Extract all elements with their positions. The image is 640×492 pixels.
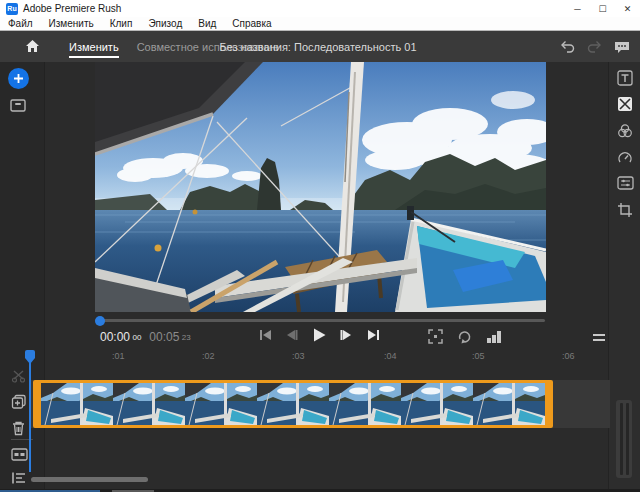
playhead-handle[interactable] bbox=[24, 349, 36, 366]
clip-filmstrip bbox=[41, 383, 545, 425]
step-back-button[interactable] bbox=[285, 328, 299, 342]
transitions-icon[interactable] bbox=[617, 96, 633, 112]
horizontal-scrollbar[interactable] bbox=[31, 477, 148, 482]
step-forward-button[interactable] bbox=[339, 328, 353, 342]
clip-thumbnail bbox=[41, 383, 113, 425]
ruler-tick: :05 bbox=[472, 351, 485, 361]
menu-file[interactable]: Файл bbox=[8, 18, 33, 29]
menu-clip[interactable]: Клип bbox=[110, 18, 133, 29]
scrubber-handle[interactable] bbox=[95, 316, 105, 326]
preview-scrubber[interactable] bbox=[95, 319, 545, 322]
duration-frames: 23 bbox=[182, 333, 191, 342]
app-icon: Ru bbox=[6, 3, 18, 15]
next-edit-button[interactable] bbox=[366, 328, 380, 342]
undo-icon[interactable] bbox=[560, 40, 575, 53]
clip-thumbnail bbox=[329, 383, 401, 425]
video-preview[interactable] bbox=[95, 62, 546, 312]
menu-help[interactable]: Справка bbox=[232, 18, 271, 29]
play-button[interactable] bbox=[312, 328, 326, 342]
playback-quality-icon[interactable] bbox=[486, 330, 502, 344]
timeline-clip-selected[interactable] bbox=[33, 380, 553, 428]
sequence-title: Без названия: Последовательность 01 bbox=[220, 41, 417, 53]
app-window: Ru Adobe Premiere Rush ─ ☐ ✕ Файл Измени… bbox=[0, 0, 640, 492]
titles-icon[interactable] bbox=[617, 70, 633, 86]
duration-time: 00:05 bbox=[149, 330, 179, 344]
ruler-tick: :01 bbox=[112, 351, 125, 361]
speed-icon[interactable] bbox=[617, 150, 633, 166]
clip-thumbnail bbox=[257, 383, 329, 425]
home-icon[interactable] bbox=[24, 38, 41, 55]
loop-icon[interactable] bbox=[457, 330, 472, 344]
ruler-tick: :03 bbox=[292, 351, 305, 361]
menu-bar: Файл Изменить Клип Эпизод Вид Справка bbox=[0, 17, 640, 31]
clip-thumbnail bbox=[401, 383, 473, 425]
window-title: Adobe Premiere Rush bbox=[23, 3, 121, 14]
clip-thumbnail bbox=[185, 383, 257, 425]
delete-icon[interactable] bbox=[11, 420, 26, 436]
fullscreen-icon[interactable] bbox=[428, 329, 443, 344]
duplicate-icon[interactable] bbox=[11, 394, 27, 410]
timeline-menu-icon[interactable] bbox=[592, 333, 606, 342]
ruler-tick: :06 bbox=[562, 351, 575, 361]
current-frames: 00 bbox=[132, 333, 141, 342]
timecode: 00:00 0000:05 23 bbox=[100, 330, 191, 344]
transport-controls bbox=[258, 328, 380, 342]
media-browser-icon[interactable] bbox=[10, 98, 26, 112]
current-time: 00:00 bbox=[100, 330, 130, 344]
close-button[interactable]: ✕ bbox=[615, 0, 640, 17]
add-media-button[interactable] bbox=[8, 68, 29, 89]
view-tools bbox=[428, 329, 502, 344]
menu-sequence[interactable]: Эпизод bbox=[148, 18, 182, 29]
title-bar: Ru Adobe Premiere Rush ─ ☐ ✕ bbox=[0, 0, 640, 17]
split-icon[interactable] bbox=[11, 368, 26, 383]
track-options-icon[interactable] bbox=[11, 448, 28, 461]
menu-view[interactable]: Вид bbox=[198, 18, 216, 29]
redo-icon[interactable] bbox=[587, 40, 602, 53]
minimize-button[interactable]: ─ bbox=[565, 0, 590, 17]
audio-icon[interactable] bbox=[617, 176, 634, 190]
tab-bar: Изменить Совместное использование Без на… bbox=[0, 31, 640, 62]
menu-edit[interactable]: Изменить bbox=[49, 18, 94, 29]
tab-edit[interactable]: Изменить bbox=[69, 31, 119, 62]
crop-icon[interactable] bbox=[617, 202, 633, 218]
audio-mixer-icon[interactable] bbox=[11, 471, 27, 485]
clip-thumbnail bbox=[473, 383, 545, 425]
ruler-tick: :04 bbox=[384, 351, 397, 361]
playhead-line[interactable] bbox=[29, 350, 31, 472]
maximize-button[interactable]: ☐ bbox=[590, 0, 615, 17]
color-icon[interactable] bbox=[617, 123, 633, 139]
ruler-tick: :02 bbox=[202, 351, 215, 361]
previous-edit-button[interactable] bbox=[258, 328, 272, 342]
feedback-icon[interactable] bbox=[614, 40, 630, 54]
clip-thumbnail bbox=[113, 383, 185, 425]
vertical-scrollbar[interactable] bbox=[616, 400, 632, 478]
